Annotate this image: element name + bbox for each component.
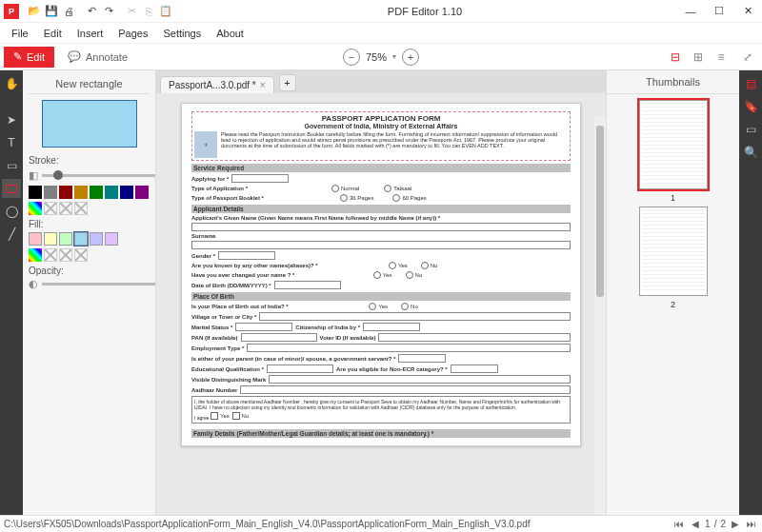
paste-icon[interactable]: 📋 (158, 4, 173, 19)
form-field[interactable] (191, 241, 571, 249)
prev-page-button[interactable]: ◀ (690, 519, 701, 529)
checkbox-no[interactable]: No (232, 412, 250, 420)
print-icon[interactable]: 🖨 (61, 4, 76, 19)
color-swatch[interactable] (105, 186, 118, 199)
no-color-swatch[interactable] (44, 202, 57, 215)
form-field[interactable] (231, 174, 289, 183)
color-swatch[interactable] (59, 186, 72, 199)
next-page-button[interactable]: ▶ (730, 519, 741, 529)
minimize-button[interactable]: — (676, 0, 705, 23)
color-swatch[interactable] (44, 186, 57, 199)
form-field[interactable] (267, 365, 333, 373)
color-swatch[interactable] (29, 186, 42, 199)
line-tool-icon[interactable]: ╱ (2, 225, 21, 244)
image-tool-icon[interactable]: ▭ (2, 156, 21, 175)
radio-normal[interactable]: Normal (331, 185, 359, 192)
cut-icon[interactable]: ✂ (124, 4, 139, 19)
radio-yes[interactable]: Yes (369, 303, 388, 310)
form-field[interactable] (398, 354, 446, 363)
maximize-button[interactable]: ☐ (705, 0, 733, 23)
color-swatch[interactable] (90, 186, 103, 199)
expand-icon[interactable]: ⤢ (739, 49, 756, 66)
menu-edit[interactable]: Edit (38, 26, 68, 41)
radio-no[interactable]: No (401, 303, 418, 310)
form-field[interactable] (363, 323, 420, 331)
form-field[interactable] (378, 333, 571, 342)
radio-yes[interactable]: Yes (373, 271, 392, 279)
radio-60pages[interactable]: 60 Pages (392, 194, 426, 202)
form-field[interactable] (269, 375, 571, 384)
color-swatch[interactable] (74, 186, 88, 199)
rectangle-tool-icon[interactable] (2, 179, 21, 198)
color-swatch[interactable] (29, 232, 42, 246)
hand-tool-icon[interactable]: ✋ (2, 74, 21, 93)
redo-icon[interactable]: ↷ (101, 4, 116, 19)
undo-icon[interactable]: ↶ (84, 4, 99, 19)
zoom-out-button[interactable]: − (343, 49, 360, 66)
menu-pages[interactable]: Pages (112, 26, 153, 41)
opacity-slider[interactable] (42, 283, 156, 286)
radio-no[interactable]: No (421, 262, 438, 269)
color-swatch[interactable] (105, 232, 118, 246)
no-color-swatch[interactable] (74, 202, 88, 215)
view-double-icon[interactable]: ⊞ (690, 49, 707, 66)
zoom-caret-icon[interactable]: ▾ (392, 52, 396, 61)
view-continuous-icon[interactable]: ≡ (712, 49, 730, 66)
form-field[interactable] (240, 385, 571, 394)
color-swatch[interactable] (74, 232, 88, 246)
menu-insert[interactable]: Insert (71, 26, 110, 41)
thumbnail-page-2[interactable] (639, 207, 708, 296)
no-color-swatch[interactable] (74, 248, 88, 262)
attachments-tool-icon[interactable]: ▭ (741, 120, 760, 139)
stroke-width-slider[interactable] (42, 174, 156, 177)
radio-36pages[interactable]: 36 Pages (340, 194, 373, 202)
thumbnails-tool-icon[interactable]: ▤ (741, 74, 760, 93)
view-single-icon[interactable]: ⊟ (667, 49, 684, 66)
menu-settings[interactable]: Settings (157, 26, 207, 41)
radio-no[interactable]: No (406, 271, 423, 279)
color-swatch[interactable] (59, 232, 72, 246)
form-field[interactable] (274, 281, 341, 289)
close-icon[interactable]: × (260, 80, 266, 90)
add-tab-button[interactable]: + (279, 74, 296, 91)
bookmarks-tool-icon[interactable]: 🔖 (741, 97, 760, 116)
search-tool-icon[interactable]: 🔍 (741, 143, 760, 162)
edit-mode-button[interactable]: ✎ Edit (4, 47, 54, 68)
close-button[interactable]: ✕ (733, 0, 762, 23)
form-field[interactable] (218, 251, 275, 260)
scrollbar-thumb[interactable] (596, 126, 604, 297)
ellipse-tool-icon[interactable]: ◯ (2, 202, 21, 221)
form-field[interactable] (259, 312, 571, 321)
color-picker-icon[interactable] (29, 202, 42, 215)
color-picker-icon[interactable] (29, 248, 42, 262)
first-page-button[interactable]: ⏮ (672, 519, 686, 529)
form-field[interactable] (451, 365, 498, 373)
save-icon[interactable]: 💾 (44, 4, 59, 19)
color-swatch[interactable] (120, 186, 133, 199)
radio-tatkaal[interactable]: Tatkaal (384, 185, 411, 192)
copy-icon[interactable]: ⎘ (141, 4, 156, 19)
no-color-swatch[interactable] (59, 202, 72, 215)
document-tab[interactable]: PassportA...3.0.pdf * × (160, 76, 274, 93)
color-swatch[interactable] (135, 186, 149, 199)
color-swatch[interactable] (90, 232, 103, 246)
form-field[interactable] (241, 333, 317, 342)
text-tool-icon[interactable]: T (2, 133, 21, 152)
annotate-mode-button[interactable]: 💬 Annotate (58, 47, 137, 68)
open-icon[interactable]: 📂 (27, 4, 42, 19)
menu-file[interactable]: File (6, 26, 34, 41)
no-color-swatch[interactable] (44, 248, 57, 262)
zoom-in-button[interactable]: + (402, 49, 419, 66)
form-field[interactable] (247, 344, 571, 352)
no-color-swatch[interactable] (59, 248, 72, 262)
pointer-tool-icon[interactable]: ➤ (2, 110, 21, 129)
form-field[interactable] (235, 323, 292, 331)
checkbox-yes[interactable]: Yes (211, 412, 230, 420)
thumbnail-page-1[interactable] (639, 100, 708, 189)
color-swatch[interactable] (44, 232, 57, 246)
form-field[interactable] (191, 223, 571, 231)
last-page-button[interactable]: ⏭ (745, 519, 758, 529)
radio-yes[interactable]: Yes (389, 262, 408, 269)
menu-about[interactable]: About (211, 26, 250, 41)
page-viewport[interactable]: PASSPORT APPLICATION FORM Government of … (156, 93, 606, 515)
